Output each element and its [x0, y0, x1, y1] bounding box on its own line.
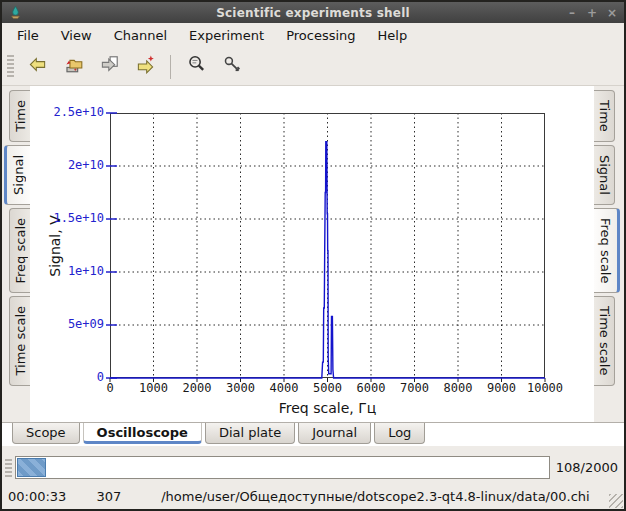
window-controls: – + × — [566, 6, 618, 20]
menubar: FileViewChannelExperimentProcessingHelp — [2, 23, 624, 48]
y-tick-label: 2e+10 — [32, 158, 104, 172]
open-experiment-button[interactable] — [57, 52, 89, 82]
inspect-button[interactable] — [180, 52, 212, 82]
sample-count: 307 — [96, 489, 121, 504]
y-tick-label: 5e+09 — [32, 317, 104, 331]
left-tab-signal[interactable]: Signal — [4, 145, 30, 205]
bottom-tab-journal[interactable]: Journal — [298, 423, 371, 444]
left-tab-strip: TimeSignalFreq scaleTime scale — [2, 86, 30, 422]
back-arrow-icon — [28, 55, 47, 78]
menu-experiment[interactable]: Experiment — [178, 25, 275, 46]
progress-row: 108/2000 — [2, 451, 624, 484]
spectrum-plot — [110, 113, 545, 378]
close-button[interactable]: × — [606, 6, 618, 20]
right-tab-time-scale[interactable]: Time scale — [594, 296, 615, 385]
forward-arrow-star-icon — [136, 55, 155, 78]
x-axis-title: Freq scale, Гц — [110, 400, 545, 416]
back-button[interactable] — [21, 52, 53, 82]
bottom-tab-dial-plate[interactable]: Dial plate — [205, 423, 295, 444]
main-area: TimeSignalFreq scaleTime scale Signal, V… — [2, 86, 624, 422]
right-tab-freq-scale[interactable]: Freq scale — [594, 208, 620, 293]
oscilloscope-chart-panel: Signal, V 05e+091e+101.5e+102e+102.5e+10… — [30, 86, 594, 422]
tab-label: Signal — [11, 155, 26, 195]
right-tab-signal[interactable]: Signal — [594, 145, 615, 205]
statusbar: 00:00:33 307 /home/user/Общедоступные/do… — [2, 484, 624, 509]
elapsed-time: 00:00:33 — [8, 489, 66, 504]
progress-counter: 108/2000 — [556, 460, 618, 475]
left-tab-freq-scale[interactable]: Freq scale — [9, 208, 30, 293]
bottom-tab-oscilloscope[interactable]: Oscilloscope — [83, 423, 202, 444]
start-forward-button[interactable] — [129, 52, 161, 82]
menu-channel[interactable]: Channel — [103, 25, 178, 46]
bottom-tab-scope[interactable]: Scope — [12, 423, 80, 444]
app-window: Scientific experiments shell – + × FileV… — [0, 0, 626, 511]
menu-help[interactable]: Help — [367, 25, 419, 46]
menu-processing[interactable]: Processing — [275, 25, 366, 46]
tab-label: Time scale — [13, 306, 28, 375]
toolbar-drag-handle[interactable] — [7, 55, 14, 79]
tab-label: Time — [13, 100, 28, 132]
right-tab-time[interactable]: Time — [594, 90, 615, 142]
bottom-tab-log[interactable]: Log — [374, 423, 425, 444]
tab-label: Time — [597, 100, 612, 132]
menu-view[interactable]: View — [50, 25, 103, 46]
bottom-tabbar: ScopeOscilloscopeDial plateJournalLog — [2, 422, 624, 451]
toolbar-separator — [170, 55, 171, 79]
open-folder-icon — [64, 55, 83, 78]
tab-label: Freq scale — [13, 218, 28, 283]
minimize-button[interactable]: – — [566, 6, 578, 20]
resize-grip[interactable] — [609, 494, 623, 508]
y-tick-label: 1.5e+10 — [32, 211, 104, 225]
tab-label: Signal — [597, 155, 612, 195]
export-data-button[interactable] — [93, 52, 125, 82]
toolbar — [2, 48, 624, 86]
progress-drag-handle[interactable] — [5, 459, 12, 477]
key-icon — [223, 55, 242, 78]
right-tab-strip: TimeSignalFreq scaleTime scale — [594, 86, 624, 422]
tab-label: Time scale — [597, 306, 612, 375]
app-droplet-icon — [8, 5, 23, 20]
y-axis-title: Signal, V — [46, 113, 64, 378]
left-tab-time-scale[interactable]: Time scale — [9, 296, 30, 385]
data-file-path: /home/user/Общедоступные/dotscope2.3-qt4… — [161, 489, 589, 504]
acquisition-progress-bar — [15, 456, 550, 479]
tab-label: Freq scale — [598, 218, 613, 283]
window-title: Scientific experiments shell — [2, 6, 624, 20]
y-tick-label: 2.5e+10 — [32, 105, 104, 119]
magnifier-icon — [187, 55, 206, 78]
progress-fill — [17, 458, 46, 477]
export-pages-icon — [100, 55, 119, 78]
titlebar[interactable]: Scientific experiments shell – + × — [2, 2, 624, 23]
maximize-button[interactable]: + — [586, 6, 598, 20]
x-tick-label: 10000 — [515, 381, 575, 395]
access-key-button[interactable] — [216, 52, 248, 82]
y-tick-label: 1e+10 — [32, 264, 104, 278]
menu-file[interactable]: File — [6, 25, 50, 46]
left-tab-time[interactable]: Time — [9, 90, 30, 142]
